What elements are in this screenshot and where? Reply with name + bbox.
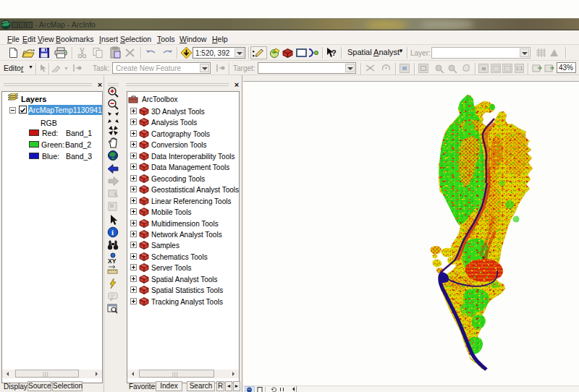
svg-text:XY: XY bbox=[108, 257, 117, 265]
svg-text:?: ? bbox=[331, 48, 337, 57]
svg-text:i: i bbox=[111, 228, 114, 237]
